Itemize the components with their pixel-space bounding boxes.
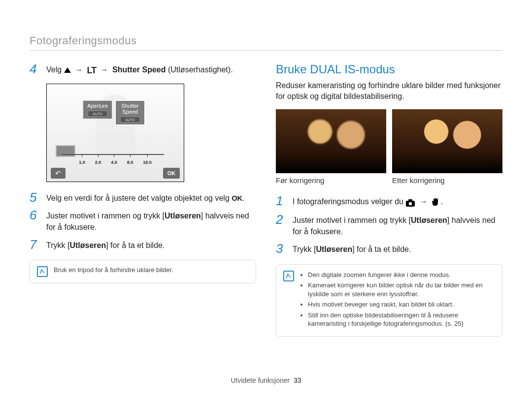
step3-before: Trykk [ [293, 245, 316, 253]
note-item: Hvis motivet beveger seg raskt, kan bild… [308, 300, 495, 309]
note-icon [283, 271, 294, 281]
camera-icon [405, 197, 415, 208]
shutter-label-1: Shutter [117, 103, 143, 109]
step-number: 1 [276, 194, 287, 207]
dual-is-hand-icon [432, 197, 440, 208]
step1-after: . [440, 197, 442, 206]
svg-rect-1 [408, 199, 412, 201]
step7-bold: Utløseren [69, 241, 106, 249]
sample-labels: Før korrigering Etter korrigering [276, 176, 502, 185]
left-column: 4 Velg → LT → Shutter Speed (Utløserhast… [30, 62, 256, 337]
step-1: 1 I fotograferingsmodus velger du → . [276, 194, 502, 208]
step-6: 6 Juster motivet i rammen og trykk [Utlø… [30, 209, 256, 233]
step4-prefix: Velg [46, 65, 62, 74]
right-heading: Bruke DUAL IS-modus [276, 62, 502, 76]
scale-tick: 16.0 [143, 160, 152, 165]
right-column: Bruke DUAL IS-modus Reduser kameraristin… [276, 62, 502, 337]
step-number: 2 [276, 213, 287, 226]
step-3: 3 Trykk [Utløseren] for å ta et bilde. [276, 242, 502, 255]
note-icon [37, 266, 48, 277]
note-box: Den digitale zoomen fungerer ikke i denn… [276, 264, 502, 337]
step-body: I fotograferingsmodus velger du → . [293, 194, 443, 208]
note-item: Kameraet korrigerer kun bilder optisk nå… [308, 281, 495, 298]
step-number: 3 [276, 242, 287, 255]
note-item: Still inn den optiske bildestabilisering… [308, 311, 495, 328]
ok-icon: OK [163, 168, 180, 179]
shutter-label-2: Speed [117, 109, 143, 115]
sample-images [276, 109, 502, 173]
step-body: Velg en verdi for å justere det valgte o… [46, 191, 244, 204]
shutter-scale: 1.0 2.0 4.0 8.0 16.0 [47, 160, 184, 165]
back-icon: ↶ [51, 168, 66, 179]
step-body: Trykk [Utløseren] for å ta et bilde. [293, 242, 411, 255]
arrow-icon: → [73, 65, 85, 74]
step-number: 7 [30, 238, 40, 251]
auto-badge: AUTO [88, 111, 107, 117]
arrow-icon: → [418, 197, 430, 206]
step-7: 7 Trykk [Utløseren] for å ta et bilde. [30, 238, 256, 251]
lt-mode-icon: LT [87, 64, 97, 77]
step-5: 5 Velg en verdi for å justere det valgte… [30, 191, 256, 204]
auto-badge: AUTO [120, 117, 140, 123]
step-2: 2 Juster motivet i rammen og trykk [Utlø… [276, 213, 502, 237]
ok-icon: OK [232, 194, 242, 202]
sample-after-image [392, 109, 502, 173]
step2-bold: Utløseren [411, 216, 447, 224]
note-item: Den digitale zoomen fungerer ikke i denn… [308, 271, 495, 279]
step7-after: ] for å ta et bilde. [106, 241, 165, 249]
step-number: 4 [30, 62, 40, 75]
note-list: Den digitale zoomen fungerer ikke i denn… [300, 271, 495, 330]
step5-after: . [242, 194, 244, 202]
step6-before: Juster motivet i rammen og trykk [ [46, 212, 165, 220]
before-label: Før korrigering [276, 176, 386, 185]
step4-bold: Shutter Speed [112, 65, 166, 74]
aperture-label: Aperture [84, 103, 111, 109]
step3-bold: Utløseren [316, 245, 352, 253]
step-number: 6 [30, 209, 40, 221]
section-header: Fotograferingsmodus [30, 34, 502, 51]
page-footer: Utvidete funksjoner 33 [0, 376, 532, 384]
step4-rest: (Utløserhastighet). [166, 65, 233, 74]
step1-before: I fotograferingsmodus velger du [293, 197, 405, 206]
step-body: Juster motivet i rammen og trykk [Utløse… [293, 213, 502, 237]
step7-before: Trykk [ [46, 241, 69, 249]
right-intro: Reduser kameraristing og forhindre uklar… [276, 80, 502, 102]
auto-chip [56, 145, 75, 157]
after-label: Etter korrigering [392, 176, 502, 185]
scale-bar [62, 154, 164, 155]
step-number: 5 [30, 191, 40, 204]
scale-tick: 8.0 [127, 160, 133, 165]
aperture-panel: Aperture AUTO [82, 100, 113, 120]
note-text: Bruk en tripod for å forhindre uklare bi… [54, 266, 173, 274]
scale-tick: 4.0 [111, 160, 117, 165]
up-triangle-icon [64, 67, 71, 73]
step2-before: Juster motivet i rammen og trykk [ [293, 216, 411, 224]
step-body: Juster motivet i rammen og trykk [Utløse… [46, 209, 256, 233]
arrow-icon: → [99, 65, 110, 74]
step-body: Velg → LT → Shutter Speed (Utløserhastig… [46, 62, 233, 77]
note-box: Bruk en tripod for å forhindre uklare bi… [30, 260, 256, 283]
scale-tick: 1.0 [79, 160, 85, 165]
step5-before: Velg en verdi for å justere det valgte o… [46, 194, 232, 202]
sample-before-image [276, 109, 386, 173]
page-number: 33 [294, 376, 301, 384]
step3-after: ] for å ta et bilde. [352, 245, 411, 253]
svg-point-2 [409, 202, 412, 205]
footer-label: Utvidete funksjoner [231, 376, 290, 384]
lcd-preview: Aperture AUTO Shutter Speed AUTO 1.0 2.0… [46, 84, 184, 182]
step-4: 4 Velg → LT → Shutter Speed (Utløserhast… [30, 62, 256, 77]
step-body: Trykk [Utløseren] for å ta et bilde. [46, 238, 165, 251]
shutter-panel: Shutter Speed AUTO [115, 100, 145, 125]
step6-bold: Utløseren [165, 212, 201, 220]
scale-tick: 2.0 [95, 160, 101, 165]
